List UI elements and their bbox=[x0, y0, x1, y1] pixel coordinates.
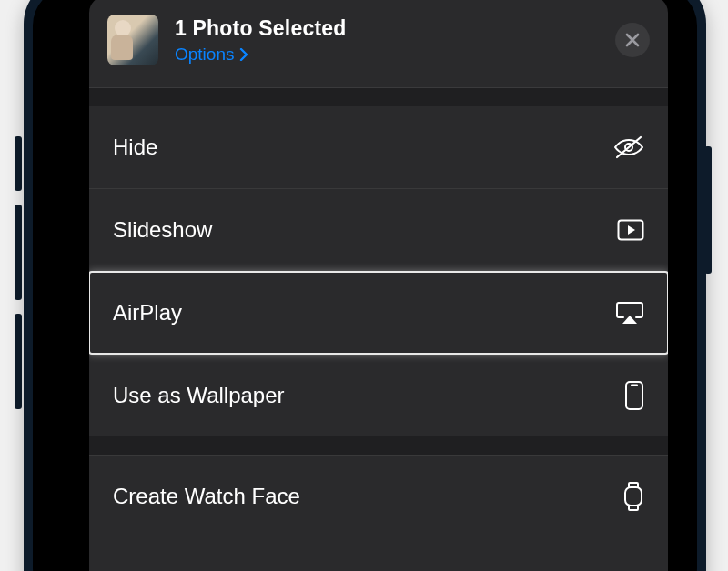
phone-frame: 1 Photo Selected Options bbox=[24, 0, 706, 571]
selected-photo-thumbnail[interactable] bbox=[107, 15, 158, 65]
airplay-icon bbox=[615, 301, 644, 325]
close-button[interactable] bbox=[615, 23, 650, 57]
header-text: 1 Photo Selected Options bbox=[175, 16, 599, 65]
action-hide[interactable]: Hide bbox=[89, 106, 668, 188]
action-airplay[interactable]: AirPlay bbox=[89, 271, 668, 354]
volume-down-button bbox=[15, 314, 22, 409]
section-gap bbox=[89, 436, 668, 455]
action-slideshow[interactable]: Slideshow bbox=[89, 188, 668, 271]
section-gap bbox=[89, 88, 668, 106]
watch-icon bbox=[622, 481, 644, 512]
action-label: Create Watch Face bbox=[113, 484, 300, 509]
action-label: AirPlay bbox=[113, 300, 182, 326]
side-button bbox=[15, 136, 22, 191]
options-link[interactable]: Options bbox=[175, 45, 599, 65]
share-sheet: 1 Photo Selected Options bbox=[89, 0, 668, 571]
options-label: Options bbox=[175, 45, 234, 65]
stage: 1 Photo Selected Options bbox=[0, 0, 728, 571]
svg-rect-5 bbox=[625, 487, 642, 506]
action-label: Use as Wallpaper bbox=[113, 383, 285, 408]
sheet-header: 1 Photo Selected Options bbox=[89, 0, 668, 88]
actions-list: Hide Slideshow AirPlay bbox=[89, 106, 668, 537]
close-icon bbox=[625, 33, 640, 47]
phone-icon bbox=[624, 380, 644, 411]
action-create-watch-face[interactable]: Create Watch Face bbox=[89, 455, 668, 537]
volume-up-button bbox=[15, 205, 22, 300]
action-label: Slideshow bbox=[113, 217, 212, 243]
eye-slash-icon bbox=[613, 135, 644, 159]
action-label: Hide bbox=[113, 135, 157, 160]
selection-title: 1 Photo Selected bbox=[175, 16, 599, 41]
action-use-as-wallpaper[interactable]: Use as Wallpaper bbox=[89, 354, 668, 436]
power-button bbox=[704, 146, 712, 274]
chevron-right-icon bbox=[239, 48, 248, 61]
play-rect-icon bbox=[617, 219, 644, 241]
phone-screen: 1 Photo Selected Options bbox=[33, 0, 697, 571]
